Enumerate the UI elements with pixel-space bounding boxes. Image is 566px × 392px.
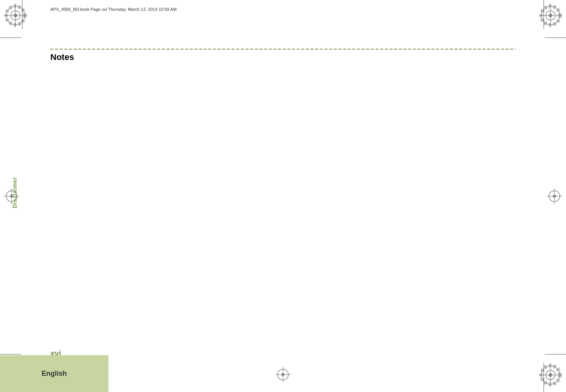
corner-tr [539, 4, 562, 29]
crosshair-mid-bottom [275, 367, 291, 382]
trim-line-bottom-right [545, 354, 566, 354]
corner-br-mark-icon [539, 363, 562, 387]
trim-line-vb-right [544, 363, 544, 392]
english-tab-label: English [41, 370, 67, 378]
crosshair-mid-bottom-icon [275, 367, 291, 382]
trim-line-top-right [545, 38, 566, 38]
notes-heading-text: Notes [50, 52, 74, 62]
trim-line-top-left [0, 38, 21, 38]
page-container: APX_4000_M3.book Page xvi Thursday, Marc… [0, 0, 566, 392]
dashed-line-inner [50, 49, 516, 50]
crosshair-mid-right-icon [547, 188, 562, 204]
notes-heading: Notes [50, 52, 74, 62]
disclaimer-text: Disclaimer [12, 177, 18, 208]
trim-line-vt-right [544, 0, 544, 29]
trim-line-vt-left [22, 0, 22, 29]
corner-tr-mark-icon [539, 4, 562, 27]
corner-br [539, 363, 562, 388]
trim-line-bottom-left [0, 354, 21, 354]
dashed-separator-line [50, 48, 516, 50]
english-tab[interactable]: English [0, 355, 108, 392]
disclaimer-sidebar-label: Disclaimer [12, 177, 18, 208]
corner-tl-mark-icon [4, 4, 27, 27]
crosshair-mid-right [547, 188, 562, 204]
header-file-info: APX_4000_M3.book Page xvi Thursday, Marc… [50, 7, 177, 12]
corner-tl [4, 4, 27, 29]
header-text: APX_4000_M3.book Page xvi Thursday, Marc… [50, 7, 177, 12]
